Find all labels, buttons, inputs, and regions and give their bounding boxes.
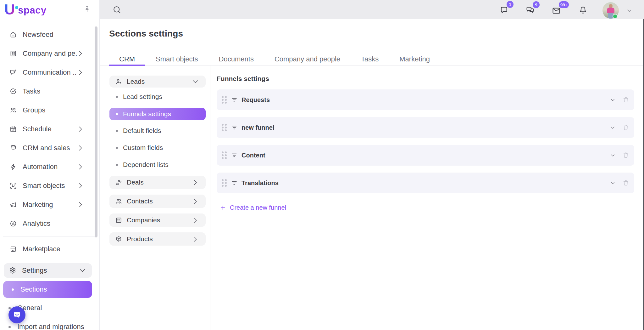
profile-chevron-down-icon[interactable]	[626, 8, 632, 14]
sidebar-item-newsfeed[interactable]: Newsfeed	[0, 25, 100, 44]
chat-bubble-icon	[13, 310, 21, 319]
subnav-group-products[interactable]: Products	[109, 232, 206, 246]
task-check-icon	[9, 88, 17, 95]
chevron-right-icon	[77, 50, 84, 57]
notifications-bell-icon[interactable]	[578, 5, 588, 15]
drag-handle-icon[interactable]	[222, 124, 227, 131]
funnel-name: new funnel	[242, 124, 274, 131]
create-new-funnel-button[interactable]: Create a new funnel	[220, 204, 286, 211]
subnav-item-lead-settings[interactable]: Lead settings	[109, 91, 206, 103]
smart-object-icon	[9, 182, 17, 190]
tab-smart-objects[interactable]: Smart objects	[145, 53, 208, 65]
funnel-row-content[interactable]: Content	[217, 145, 634, 166]
subnav-group-leads[interactable]: Leads	[109, 76, 206, 88]
bullet-icon	[116, 130, 118, 132]
calendar-icon	[9, 125, 17, 133]
funnel-name: Content	[242, 152, 265, 159]
sidebar-item-communication[interactable]: Communication ...	[0, 63, 100, 82]
create-new-funnel-label: Create a new funnel	[230, 204, 286, 211]
search-icon[interactable]	[112, 5, 122, 14]
support-chat-launcher-button[interactable]	[8, 306, 25, 323]
sidebar-item-label: Communication ...	[23, 68, 77, 77]
sidebar-header: U spacy	[0, 0, 99, 19]
sidebar-item-marketplace[interactable]: Marketplace	[0, 240, 100, 259]
gear-icon	[9, 267, 16, 274]
drag-handle-icon[interactable]	[222, 151, 227, 159]
chevron-right-icon	[77, 201, 84, 208]
sidebar-item-label: Smart objects	[23, 182, 65, 190]
subnav-group-contacts[interactable]: Contacts	[109, 195, 206, 208]
storefront-icon	[9, 245, 17, 253]
trash-icon[interactable]	[622, 96, 629, 103]
tab-tasks[interactable]: Tasks	[351, 53, 389, 65]
subnav-group-companies[interactable]: Companies	[109, 213, 206, 227]
chevron-down-icon	[79, 267, 86, 274]
sidebar-item-sections-selected[interactable]: Sections	[3, 281, 92, 298]
sidebar-item-marketing[interactable]: Marketing	[0, 195, 100, 214]
tab-marketing[interactable]: Marketing	[389, 53, 440, 65]
chevron-right-icon	[192, 198, 199, 205]
sidebar-divider	[3, 236, 97, 236]
funnel-row-new-funnel[interactable]: new funnel	[217, 117, 634, 138]
page-scrollbar[interactable]	[643, 19, 644, 330]
drag-handle-icon[interactable]	[222, 96, 227, 104]
sidebar-item-settings[interactable]: Settings	[4, 263, 92, 278]
contacts-people-icon	[115, 198, 122, 205]
avatar-figure	[607, 8, 614, 13]
bullet-icon	[8, 326, 11, 328]
tab-company-and-people[interactable]: Company and people	[264, 53, 351, 65]
people-icon	[9, 106, 17, 114]
trash-icon[interactable]	[622, 124, 629, 131]
funnels-panel: Funnels settings Requests new funnel Con…	[217, 65, 634, 212]
bullet-icon	[116, 96, 118, 98]
mail-badge: 99+	[559, 1, 569, 8]
sidebar-scrollbar[interactable]	[95, 26, 97, 237]
subnav-item-label: Dependent lists	[123, 161, 169, 168]
subnav-group-deals[interactable]: Deals	[109, 176, 206, 189]
funnel-name: Translations	[242, 179, 279, 187]
subnav-item-default-fields[interactable]: Default fields	[109, 125, 206, 137]
chat-pen-icon	[9, 69, 17, 76]
sidebar-item-smart-objects[interactable]: Smart objects	[0, 176, 100, 195]
funnel-filter-icon	[231, 96, 238, 103]
uspacy-logo[interactable]: U spacy	[4, 4, 47, 16]
funnel-row-requests[interactable]: Requests	[217, 89, 634, 110]
subnav-item-dependent-lists[interactable]: Dependent lists	[109, 159, 206, 171]
chevron-right-icon	[77, 69, 84, 76]
tab-crm[interactable]: CRM	[109, 53, 145, 65]
sidebar-item-schedule[interactable]: Schedule	[0, 120, 100, 139]
subnav-item-funnels-settings-selected[interactable]: Funnels settings	[109, 108, 206, 120]
bullet-icon	[116, 113, 118, 115]
subnav-item-label: Custom fields	[123, 144, 163, 151]
chevron-down-icon[interactable]	[610, 97, 615, 103]
tab-documents[interactable]: Documents	[208, 53, 264, 65]
page-title: Sections settings	[109, 29, 183, 39]
sidebar-item-tasks[interactable]: Tasks	[0, 82, 100, 101]
sidebar-item-label: Company and pe...	[23, 49, 77, 58]
funnel-row-translations[interactable]: Translations	[217, 173, 634, 193]
sidebar-item-company-and-people[interactable]: Company and pe...	[0, 44, 100, 63]
trash-icon[interactable]	[622, 179, 629, 186]
panel-divider	[210, 65, 210, 330]
sidebar-item-analytics[interactable]: Analytics	[0, 214, 100, 233]
sidebar-item-label: Analytics	[23, 219, 50, 228]
home-icon	[9, 31, 17, 38]
sidebar-item-crm-and-sales[interactable]: CRM and sales	[0, 139, 100, 157]
sidebar-item-groups[interactable]: Groups	[0, 101, 100, 120]
company-card-icon	[9, 50, 17, 57]
chevron-down-icon[interactable]	[610, 180, 615, 186]
sidebar-item-label: Settings	[22, 266, 47, 275]
drag-handle-icon[interactable]	[222, 179, 227, 187]
trash-icon[interactable]	[622, 152, 629, 159]
crm-settings-subnav: Leads Lead settings Funnels settings Def…	[109, 76, 206, 246]
mail-icon[interactable]	[552, 6, 561, 15]
tabs-bar: CRM Smart objects Documents Company and …	[100, 53, 644, 65]
sidebar-item-label: Marketplace	[23, 245, 60, 253]
chevron-down-icon[interactable]	[610, 153, 615, 158]
subnav-item-custom-fields[interactable]: Custom fields	[109, 142, 206, 154]
pin-sidebar-icon[interactable]	[83, 5, 91, 13]
online-status-dot	[613, 14, 618, 19]
logo-dot-icon	[15, 6, 18, 9]
chevron-down-icon[interactable]	[610, 125, 615, 130]
sidebar-item-automation[interactable]: Automation	[0, 157, 100, 176]
